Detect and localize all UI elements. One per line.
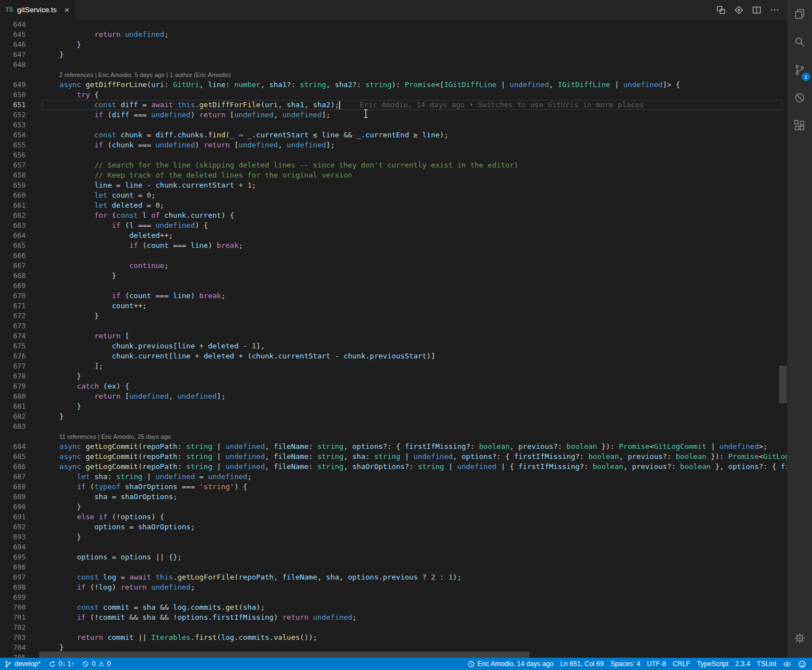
code-line[interactable]: 703 return commit || Iterables.first(log… xyxy=(0,633,787,643)
horizontal-scrollbar-thumb[interactable] xyxy=(39,652,529,658)
line-number: 688 xyxy=(0,482,26,492)
code-line[interactable]: 670 if (count === line) break; xyxy=(0,291,787,301)
codelens-text[interactable]: 11 references | Eric Amodio, 25 days ago xyxy=(42,432,171,442)
code-line[interactable]: 662 for (const l of chunk.current) { xyxy=(0,210,787,221)
code-line[interactable]: 644 xyxy=(0,20,787,30)
code-line[interactable]: 669 xyxy=(0,281,787,291)
more-actions-icon[interactable]: ⋯ xyxy=(770,6,779,15)
code-line[interactable]: 657 // Search for the line (skipping del… xyxy=(0,160,787,170)
code-line[interactable]: 666 xyxy=(0,251,787,261)
code-line[interactable]: 678 } xyxy=(0,371,787,381)
code-line[interactable]: 685 async getLogCommit(repoPath: string … xyxy=(0,452,787,462)
code-line[interactable]: 672 } xyxy=(0,311,787,321)
code-line[interactable]: 702 xyxy=(0,623,787,633)
line-number: 690 xyxy=(0,502,26,512)
code-line[interactable]: 696 xyxy=(0,562,787,572)
activity-source-control[interactable]: 1 xyxy=(787,56,812,84)
code-line[interactable]: 652 if (diff === undefined) return [unde… xyxy=(0,110,787,120)
code-line[interactable]: 680 return [undefined, undefined]; xyxy=(0,391,787,401)
open-changes-icon[interactable] xyxy=(717,6,725,15)
code-line[interactable]: 677 ]; xyxy=(0,361,787,371)
code-line[interactable]: 690 } xyxy=(0,502,787,512)
code-editor[interactable]: 644645 return undefined;646 }647 }6482 r… xyxy=(0,20,787,658)
code-line[interactable]: 650 try { xyxy=(0,90,787,100)
problems-indicator[interactable]: 0 ⚠ 0 xyxy=(82,658,111,670)
encoding-indicator[interactable]: UTF-8 xyxy=(647,658,666,670)
eye-icon[interactable] xyxy=(783,658,791,670)
indentation-indicator[interactable]: Spaces: 4 xyxy=(610,658,640,670)
code-line[interactable]: 687 let sha: string | undefined = undefi… xyxy=(0,472,787,482)
code-line[interactable]: 688 if (typeof shaOrOptions === 'string'… xyxy=(0,482,787,492)
code-line[interactable]: 645 return undefined; xyxy=(0,30,787,40)
code-line[interactable]: 653 xyxy=(0,120,787,130)
code-line[interactable]: 659 line = line - chunk.currentStart + 1… xyxy=(0,180,787,190)
branch-indicator[interactable]: develop* xyxy=(4,658,41,670)
code-line[interactable]: 691 else if (!options) { xyxy=(0,512,787,522)
code-line[interactable]: 699 xyxy=(0,592,787,602)
activity-explorer[interactable] xyxy=(787,0,812,28)
code-line[interactable]: 651 const diff = await this.getDiffForFi… xyxy=(0,100,787,110)
code-line[interactable]: 693 } xyxy=(0,532,787,542)
settings-gear-icon[interactable] xyxy=(787,624,812,652)
code-line[interactable]: 692 options = shaOrOptions; xyxy=(0,522,787,532)
activity-search[interactable] xyxy=(787,28,812,56)
activity-extensions[interactable] xyxy=(787,112,812,140)
code-line[interactable]: 697 const log = await this.getLogForFile… xyxy=(0,572,787,582)
code-line[interactable]: 648 xyxy=(0,60,787,70)
code-line[interactable]: 655 if (chunk === undefined) return [und… xyxy=(0,140,787,150)
code-line[interactable]: 647 } xyxy=(0,50,787,60)
code-line[interactable]: 663 if (l === undefined) { xyxy=(0,221,787,231)
code-line[interactable]: 649 async getDiffForLine(uri: GitUri, li… xyxy=(0,80,787,90)
code-line[interactable]: 667 continue; xyxy=(0,261,787,271)
code-line[interactable]: 701 if (!commit && sha && !options.first… xyxy=(0,612,787,623)
codelens-text[interactable]: 2 references | Eric Amodio, 5 days ago |… xyxy=(42,70,231,80)
code-line[interactable]: 681 } xyxy=(0,401,787,411)
code-line[interactable]: 694 xyxy=(0,542,787,552)
code-text: deleted++; xyxy=(42,231,173,241)
codelens[interactable]: 11 references | Eric Amodio, 25 days ago xyxy=(0,432,787,442)
code-line[interactable]: 665 if (count === line) break; xyxy=(0,241,787,251)
line-number: 700 xyxy=(0,602,26,612)
code-line[interactable]: 664 deleted++; xyxy=(0,231,787,241)
line-number: 681 xyxy=(0,401,26,411)
horizontal-scrollbar[interactable] xyxy=(0,652,779,658)
code-line[interactable]: 656 xyxy=(0,150,787,160)
code-line[interactable]: 661 let deleted = 0; xyxy=(0,200,787,210)
gitlens-icon[interactable] xyxy=(734,6,743,15)
language-indicator[interactable]: TypeScript xyxy=(697,658,729,670)
tab-gitservice[interactable]: TS gitService.ts × xyxy=(0,0,75,20)
code-line[interactable]: 658 // Keep track of the deleted lines f… xyxy=(0,170,787,180)
code-line[interactable]: 689 sha = shaOrOptions; xyxy=(0,492,787,502)
code-line[interactable]: 671 count++; xyxy=(0,301,787,311)
code-line[interactable]: 646 } xyxy=(0,40,787,50)
cursor-position[interactable]: Ln 651, Col 69 xyxy=(560,658,604,670)
code-line[interactable]: 682 } xyxy=(0,411,787,422)
linter-indicator[interactable]: TSLint xyxy=(757,658,776,670)
code-line[interactable]: 676 chunk.current[line + deleted + (chun… xyxy=(0,351,787,361)
code-line[interactable]: 686 async getLogCommit(repoPath: string … xyxy=(0,462,787,472)
feedback-smiley-icon[interactable] xyxy=(798,658,806,670)
blame-indicator[interactable]: Eric Amodio, 14 days ago xyxy=(467,658,553,670)
ts-version-indicator[interactable]: 2.3.4 xyxy=(735,658,751,670)
code-line[interactable]: 679 catch (ex) { xyxy=(0,381,787,391)
typescript-file-icon: TS xyxy=(6,7,13,13)
code-line[interactable]: 695 options = options || {}; xyxy=(0,552,787,562)
code-line[interactable]: 660 let count = 0; xyxy=(0,190,787,200)
split-editor-icon[interactable] xyxy=(752,6,761,15)
code-line[interactable]: 683 xyxy=(0,422,787,432)
vertical-scrollbar-thumb[interactable] xyxy=(779,366,787,403)
activity-debug[interactable] xyxy=(787,84,812,112)
code-line[interactable]: 674 return [ xyxy=(0,331,787,341)
code-line[interactable]: 700 const commit = sha && log.commits.ge… xyxy=(0,602,787,612)
code-line[interactable]: 698 if (!log) return undefined; xyxy=(0,582,787,592)
code-line[interactable]: 668 } xyxy=(0,271,787,281)
sync-indicator[interactable]: 0↓ 1↑ xyxy=(49,658,75,670)
code-line[interactable]: 654 const chunk = diff.chunks.find(_ ⇒ _… xyxy=(0,130,787,140)
code-line[interactable]: 675 chunk.previous[line + deleted - 1], xyxy=(0,341,787,351)
code-line[interactable]: 673 xyxy=(0,321,787,331)
eol-indicator[interactable]: CRLF xyxy=(673,658,690,670)
codelens[interactable]: 2 references | Eric Amodio, 5 days ago |… xyxy=(0,70,787,80)
code-line[interactable]: 684 async getLogCommit(repoPath: string … xyxy=(0,442,787,452)
vertical-scrollbar[interactable] xyxy=(779,20,787,652)
close-icon[interactable]: × xyxy=(64,6,69,14)
